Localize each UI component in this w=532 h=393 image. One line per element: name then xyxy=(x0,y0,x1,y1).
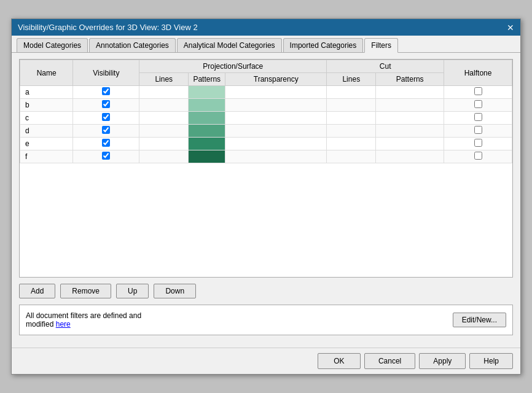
visibility-checkbox[interactable] xyxy=(102,100,110,108)
close-button[interactable]: ✕ xyxy=(507,23,514,32)
cut-lines-cell xyxy=(327,112,376,125)
visibility-table: Name Visibility Projection/Surface Cut H… xyxy=(20,60,512,163)
down-button[interactable]: Down xyxy=(154,284,196,298)
tabs-container: Model Categories Annotation Categories A… xyxy=(12,36,520,53)
transparency-cell xyxy=(225,150,327,163)
proj-lines-cell xyxy=(139,112,189,125)
cut-lines-cell xyxy=(327,99,376,112)
cut-lines-cell xyxy=(327,86,376,99)
help-button[interactable]: Help xyxy=(469,353,513,369)
color-swatch xyxy=(189,138,225,150)
dialog-title: Visibility/Graphic Overrides for 3D View… xyxy=(18,23,198,32)
edit-new-button[interactable]: Edit/New... xyxy=(453,313,506,327)
proj-patterns-cell[interactable] xyxy=(189,112,225,125)
proj-lines-cell xyxy=(139,150,189,163)
table-row: f xyxy=(20,150,512,163)
transparency-cell xyxy=(225,125,327,138)
visibility-cell[interactable] xyxy=(73,125,139,138)
proj-lines-cell xyxy=(139,99,189,112)
info-text: All document filters are defined and mod… xyxy=(26,311,141,329)
col-header-cut-lines: Lines xyxy=(327,73,376,86)
transparency-cell xyxy=(225,86,327,99)
table-row: b xyxy=(20,99,512,112)
proj-patterns-cell[interactable] xyxy=(189,86,225,99)
halftone-checkbox[interactable] xyxy=(474,139,482,147)
halftone-checkbox[interactable] xyxy=(474,126,482,134)
row-name: d xyxy=(20,125,73,138)
col-header-proj-lines: Lines xyxy=(139,73,189,86)
add-button[interactable]: Add xyxy=(19,284,55,298)
info-link[interactable]: here xyxy=(56,320,71,329)
col-header-visibility: Visibility xyxy=(73,60,139,86)
color-swatch xyxy=(189,125,225,137)
proj-patterns-cell[interactable] xyxy=(189,125,225,138)
proj-patterns-cell[interactable] xyxy=(189,99,225,112)
cut-lines-cell xyxy=(327,125,376,138)
info-text-line1: All document filters are defined and xyxy=(26,311,141,320)
visibility-cell[interactable] xyxy=(73,150,139,163)
halftone-checkbox[interactable] xyxy=(474,87,482,95)
visibility-checkbox[interactable] xyxy=(102,87,110,95)
main-dialog: Visibility/Graphic Overrides for 3D View… xyxy=(11,18,521,375)
cut-lines-cell xyxy=(327,138,376,150)
tab-imported-categories[interactable]: Imported Categories xyxy=(283,38,364,52)
halftone-cell[interactable] xyxy=(444,150,512,163)
tab-filters[interactable]: Filters xyxy=(364,38,398,53)
visibility-checkbox[interactable] xyxy=(102,152,110,160)
color-swatch xyxy=(189,99,225,111)
content-area: Name Visibility Projection/Surface Cut H… xyxy=(12,53,520,348)
cut-patterns-cell xyxy=(376,112,444,125)
tab-analytical-model-categories[interactable]: Analytical Model Categories xyxy=(177,38,282,52)
visibility-cell[interactable] xyxy=(73,138,139,150)
cut-patterns-cell xyxy=(376,150,444,163)
halftone-checkbox[interactable] xyxy=(474,152,482,160)
halftone-checkbox[interactable] xyxy=(474,100,482,108)
col-header-cut-patterns: Patterns xyxy=(376,73,444,86)
visibility-checkbox[interactable] xyxy=(102,139,110,147)
ok-button[interactable]: OK xyxy=(318,353,361,369)
up-button[interactable]: Up xyxy=(116,284,149,298)
col-header-name: Name xyxy=(20,60,73,86)
visibility-cell[interactable] xyxy=(73,99,139,112)
proj-patterns-cell[interactable] xyxy=(189,138,225,150)
transparency-cell xyxy=(225,99,327,112)
tab-annotation-categories[interactable]: Annotation Categories xyxy=(89,38,176,52)
tab-model-categories[interactable]: Model Categories xyxy=(17,38,88,52)
cut-patterns-cell xyxy=(376,125,444,138)
table-row: d xyxy=(20,125,512,138)
title-bar: Visibility/Graphic Overrides for 3D View… xyxy=(12,19,520,36)
visibility-checkbox[interactable] xyxy=(102,126,110,134)
visibility-checkbox[interactable] xyxy=(102,113,110,121)
action-buttons: Add Remove Up Down xyxy=(19,284,513,298)
row-name: f xyxy=(20,150,73,163)
col-header-projection: Projection/Surface xyxy=(139,60,327,73)
visibility-cell[interactable] xyxy=(73,112,139,125)
halftone-cell[interactable] xyxy=(444,99,512,112)
row-name: b xyxy=(20,99,73,112)
row-name: a xyxy=(20,86,73,99)
color-swatch xyxy=(189,150,225,163)
halftone-cell[interactable] xyxy=(444,86,512,99)
footer-buttons: OK Cancel Apply Help xyxy=(12,348,520,374)
proj-patterns-cell[interactable] xyxy=(189,150,225,163)
cancel-button[interactable]: Cancel xyxy=(364,353,415,369)
cut-lines-cell xyxy=(327,150,376,163)
table-row: c xyxy=(20,112,512,125)
halftone-cell[interactable] xyxy=(444,112,512,125)
remove-button[interactable]: Remove xyxy=(60,284,111,298)
halftone-cell[interactable] xyxy=(444,138,512,150)
apply-button[interactable]: Apply xyxy=(419,353,466,369)
color-swatch xyxy=(189,112,225,124)
transparency-cell xyxy=(225,138,327,150)
proj-lines-cell xyxy=(139,86,189,99)
halftone-checkbox[interactable] xyxy=(474,113,482,121)
visibility-cell[interactable] xyxy=(73,86,139,99)
data-table-container: Name Visibility Projection/Surface Cut H… xyxy=(19,59,513,278)
col-header-halftone: Halftone xyxy=(444,60,512,86)
halftone-cell[interactable] xyxy=(444,125,512,138)
info-box: All document filters are defined and mod… xyxy=(19,305,513,335)
transparency-cell xyxy=(225,112,327,125)
row-name: c xyxy=(20,112,73,125)
cut-patterns-cell xyxy=(376,86,444,99)
proj-lines-cell xyxy=(139,138,189,150)
